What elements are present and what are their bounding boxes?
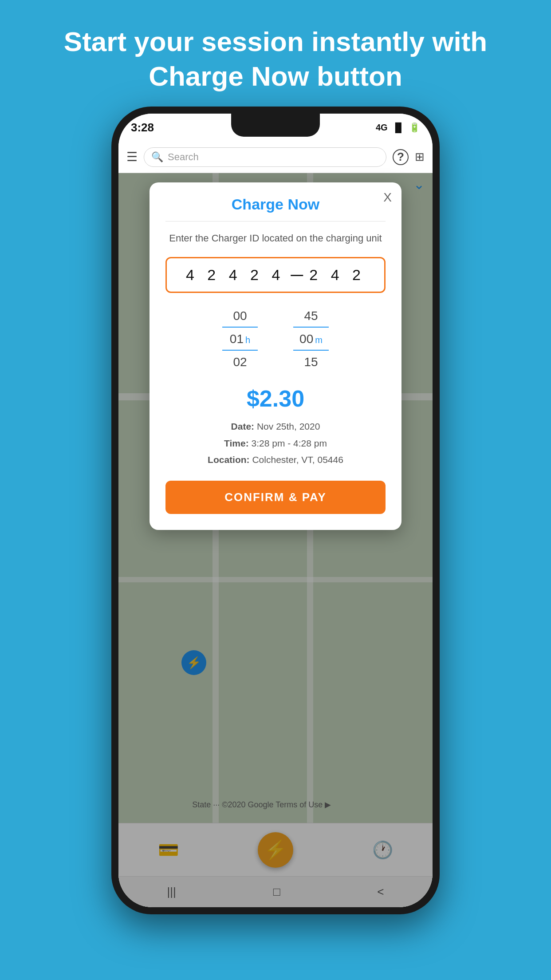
status-time: 3:28 <box>131 121 154 134</box>
price-display: $2.30 <box>165 385 386 412</box>
charger-id-part2: 2 4 2 <box>309 266 365 284</box>
charger-id-field[interactable]: 4 2 4 2 4 — 2 4 2 <box>165 257 386 293</box>
modal-subtitle: Enter the Charger ID located on the char… <box>165 231 386 245</box>
hour-above: 00 <box>222 305 258 328</box>
minute-below: 15 <box>293 352 329 373</box>
confirm-pay-button[interactable]: CONFIRM & PAY <box>165 481 386 514</box>
hour-column: 00 01h 02 <box>222 305 258 373</box>
phone-screen: 3:28 4G ▐▌ 🔋 ☰ 🔍 Search ? ⊞ <box>118 114 433 907</box>
phone-shell: 3:28 4G ▐▌ 🔋 ☰ 🔍 Search ? ⊞ <box>111 107 440 914</box>
minute-selected[interactable]: 00m <box>293 328 329 351</box>
status-icons: 4G ▐▌ 🔋 <box>376 122 420 133</box>
modal-dialog: X Charge Now Enter the Charger ID locate… <box>150 182 401 530</box>
network-icon: 4G <box>376 122 388 133</box>
minute-above: 45 <box>293 305 329 328</box>
modal-close-button[interactable]: X <box>383 190 392 205</box>
charger-id-separator: — <box>291 268 303 282</box>
help-icon[interactable]: ? <box>393 149 409 165</box>
time-picker: 00 01h 02 45 00m 15 <box>165 305 386 373</box>
app-toolbar: ☰ 🔍 Search ? ⊞ <box>118 141 433 173</box>
search-bar[interactable]: 🔍 Search <box>144 147 386 167</box>
hour-below: 02 <box>222 352 258 373</box>
notch <box>231 114 320 137</box>
battery-icon: 🔋 <box>409 122 420 133</box>
signal-bars-icon: ▐▌ <box>392 122 405 133</box>
search-icon: 🔍 <box>151 151 163 163</box>
search-placeholder: Search <box>168 151 199 163</box>
session-info: Date: Nov 25th, 2020 Time: 3:28 pm - 4:2… <box>165 418 386 468</box>
minute-column: 45 00m 15 <box>293 305 329 373</box>
menu-icon[interactable]: ☰ <box>126 150 138 164</box>
hour-selected[interactable]: 01h <box>222 328 258 351</box>
charger-id-part1: 4 2 4 2 4 <box>186 266 284 284</box>
filter-icon[interactable]: ⊞ <box>415 150 425 164</box>
modal-title: Charge Now <box>165 196 386 221</box>
page-title: Start your session instantly with Charge… <box>0 0 551 107</box>
